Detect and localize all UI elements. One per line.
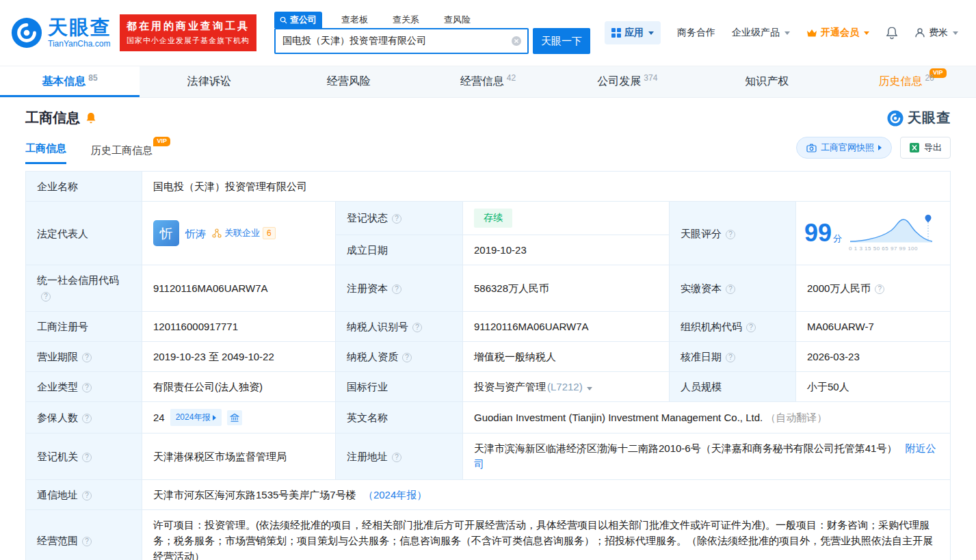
subscribe-bell-icon[interactable] xyxy=(85,112,96,124)
tab-label: 经营信息 xyxy=(460,75,504,89)
field-label: 纳税人资质 xyxy=(347,351,398,362)
nav-user-menu[interactable]: 费米 xyxy=(914,27,958,39)
related-companies-link[interactable]: 关联企业 xyxy=(224,226,260,240)
annual-report-badge[interactable]: 2024年报 xyxy=(170,409,222,426)
field-label: 组织机构代码 xyxy=(681,321,742,332)
search-row: 天眼一下 xyxy=(274,28,590,54)
search-tab-risk[interactable]: 查风险 xyxy=(438,12,476,28)
official-snapshot-button[interactable]: 工商官网快照 xyxy=(796,137,892,159)
taxpayer-no-value: 91120116MA06UARW7A xyxy=(463,311,670,341)
help-icon[interactable] xyxy=(746,323,756,332)
field-label: 企业类型 xyxy=(37,381,78,392)
table-row: 登记机关 天津港保税区市场监督管理局 注册地址 天津市滨海新区临港经济区渤海十二… xyxy=(26,434,951,480)
help-icon[interactable] xyxy=(392,284,401,294)
help-icon[interactable] xyxy=(392,214,401,224)
status-badge: 存续 xyxy=(474,209,512,228)
search-tab-relation[interactable]: 查关系 xyxy=(387,12,425,28)
industry-name: 投资与资产管理 xyxy=(474,381,546,392)
nav-apps[interactable]: 应用 xyxy=(605,21,661,44)
reg-address-text: 天津市滨海新区临港经济区渤海十二南路2010-6号（天津嘉和商务秘书有限公司托管… xyxy=(474,442,897,454)
tab-intellectual-property[interactable]: 知识产权 xyxy=(697,66,836,97)
subtab-history-business-info[interactable]: VIP 历史工商信息 xyxy=(91,144,153,164)
tab-legal-litigation[interactable]: 法律诉讼 xyxy=(140,66,279,97)
subtab-business-info[interactable]: 工商信息 xyxy=(25,142,66,164)
table-row: 通信地址 天津市河东区海河东路1535号美岸广场7号楼 （2024年报） xyxy=(26,479,951,509)
tab-label: 法律诉讼 xyxy=(187,75,231,89)
legal-rep-avatar[interactable]: 忻 xyxy=(153,220,179,246)
export-button[interactable]: 导出 xyxy=(900,137,951,159)
help-icon[interactable] xyxy=(726,284,735,294)
help-icon[interactable] xyxy=(412,323,422,332)
tab-company-development[interactable]: 公司发展 374 xyxy=(557,66,697,97)
help-icon[interactable] xyxy=(82,453,92,462)
field-label: 企业名称 xyxy=(37,181,78,192)
tab-basic-info[interactable]: 基本信息 85 xyxy=(0,66,140,97)
english-name-label: 英文名称 xyxy=(336,402,463,434)
search-tab-boss[interactable]: 查老板 xyxy=(336,12,373,28)
logo-brand: 天眼查 xyxy=(48,17,111,38)
nav-notifications[interactable] xyxy=(886,26,898,40)
field-label: 人员规模 xyxy=(681,381,722,392)
chevron-down-icon[interactable] xyxy=(587,387,592,390)
company-name-value: 国电投（天津）投资管理有限公司 xyxy=(142,172,951,202)
section-actions: 工商官网快照 导出 xyxy=(796,137,951,164)
search-input[interactable] xyxy=(274,28,529,54)
table-row: 企业名称 国电投（天津）投资管理有限公司 xyxy=(26,172,951,202)
annual-report-link[interactable]: （2024年报） xyxy=(363,489,427,501)
business-info-table: 企业名称 国电投（天津）投资管理有限公司 法定代表人 忻 忻涛 关联企业 6 登… xyxy=(25,171,951,560)
chevron-down-icon xyxy=(648,31,654,35)
help-icon[interactable] xyxy=(875,284,884,294)
nav-enterprise-products[interactable]: 企业级产品 xyxy=(732,27,790,39)
help-icon[interactable] xyxy=(402,353,412,362)
insured-value: 24 2024年报 xyxy=(142,402,336,434)
legal-rep-name-link[interactable]: 忻涛 xyxy=(185,226,206,241)
help-icon[interactable] xyxy=(392,453,401,462)
help-icon[interactable] xyxy=(41,292,51,302)
help-icon[interactable] xyxy=(726,230,735,239)
field-value: 2000万人民币 xyxy=(807,282,871,294)
table-row: 经营范围 许可项目：投资管理。(依法须经批准的项目，经相关部门批准后方可开展经营… xyxy=(26,509,951,560)
search-tab-label: 查风险 xyxy=(444,14,471,26)
help-icon[interactable] xyxy=(82,353,92,362)
nav-open-vip[interactable]: 开通会员 xyxy=(806,27,869,39)
table-row: 工商注册号 120116000917771 纳税人识别号 91120116MA0… xyxy=(26,311,951,341)
field-label: 统一社会信用代码 xyxy=(37,274,119,286)
chevron-right-icon xyxy=(213,415,216,421)
tab-operation-info[interactable]: 经营信息 42 xyxy=(419,66,558,97)
help-icon[interactable] xyxy=(726,353,735,362)
approve-date-label: 核准日期 xyxy=(670,341,796,371)
credit-code-value: 91120116MA06UARW7A xyxy=(142,265,336,312)
nav-cooperation-label: 商务合作 xyxy=(677,27,715,39)
field-label: 天眼评分 xyxy=(681,228,722,239)
reg-capital-label: 注册资本 xyxy=(336,265,463,312)
industry-code-link[interactable]: (L7212) xyxy=(547,381,583,392)
field-label: 英文名称 xyxy=(347,412,388,423)
help-icon[interactable] xyxy=(82,537,92,546)
search-submit-button[interactable]: 天眼一下 xyxy=(533,28,590,54)
clear-input-icon[interactable] xyxy=(511,36,522,46)
related-companies-count[interactable]: 6 xyxy=(263,227,276,239)
tianyancha-logo[interactable]: 天眼查 TianYanCha.com xyxy=(11,17,111,49)
paid-capital-value: 2000万人民币 xyxy=(796,265,951,312)
tab-history-info[interactable]: VIP 历史信息 26 xyxy=(836,66,976,97)
nav-cooperation[interactable]: 商务合作 xyxy=(677,27,715,39)
help-icon[interactable] xyxy=(82,414,92,423)
tab-count: 85 xyxy=(88,73,97,83)
business-term-label: 营业期限 xyxy=(26,341,142,371)
legal-rep-label: 法定代表人 xyxy=(26,202,142,265)
taxpayer-quality-value: 增值税一般纳税人 xyxy=(463,341,670,371)
field-label: 国标行业 xyxy=(347,381,388,392)
field-label: 注册资本 xyxy=(347,282,388,294)
establish-date-label: 成立日期 xyxy=(336,235,463,265)
social-insurance-agency-icon[interactable] xyxy=(227,410,242,425)
score-axis-labels: 0 1 3 15 50 65 97 99 100 xyxy=(849,245,934,253)
search-tab-company[interactable]: 查公司 xyxy=(274,12,322,28)
help-icon[interactable] xyxy=(82,383,92,392)
tab-label: 经营风险 xyxy=(327,75,371,89)
help-icon[interactable] xyxy=(82,491,92,501)
tianyancha-logo-icon xyxy=(11,17,42,49)
tab-operation-risk[interactable]: 经营风险 xyxy=(279,66,419,97)
field-label: 通信地址 xyxy=(37,489,78,501)
field-label: 登记机关 xyxy=(37,451,78,462)
chevron-down-icon xyxy=(864,31,869,35)
